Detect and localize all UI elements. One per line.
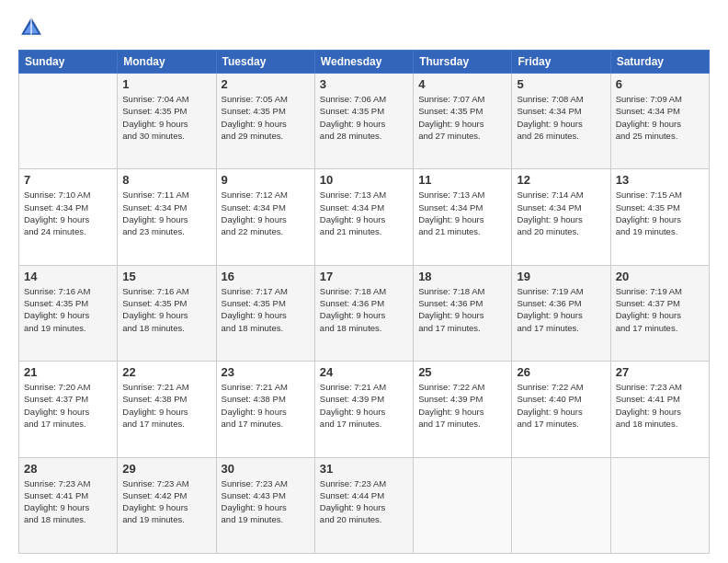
calendar-cell	[414, 457, 512, 553]
calendar-header-row: SundayMondayTuesdayWednesdayThursdayFrid…	[19, 51, 710, 74]
day-info: Sunrise: 7:21 AM Sunset: 4:38 PM Dayligh…	[122, 381, 210, 430]
calendar-week-row: 1Sunrise: 7:04 AM Sunset: 4:35 PM Daylig…	[19, 74, 710, 169]
calendar-cell: 1Sunrise: 7:04 AM Sunset: 4:35 PM Daylig…	[118, 74, 216, 169]
day-number: 25	[418, 365, 506, 379]
day-info: Sunrise: 7:22 AM Sunset: 4:40 PM Dayligh…	[517, 381, 605, 430]
day-number: 7	[24, 173, 112, 187]
day-number: 1	[122, 77, 210, 91]
day-info: Sunrise: 7:23 AM Sunset: 4:43 PM Dayligh…	[222, 477, 310, 526]
calendar-cell: 31Sunrise: 7:23 AM Sunset: 4:44 PM Dayli…	[314, 457, 413, 553]
calendar-cell: 6Sunrise: 7:09 AM Sunset: 4:34 PM Daylig…	[610, 74, 709, 169]
calendar-week-row: 14Sunrise: 7:16 AM Sunset: 4:35 PM Dayli…	[19, 265, 710, 361]
day-info: Sunrise: 7:23 AM Sunset: 4:41 PM Dayligh…	[24, 477, 112, 526]
calendar-cell: 8Sunrise: 7:11 AM Sunset: 4:34 PM Daylig…	[118, 169, 216, 265]
day-info: Sunrise: 7:08 AM Sunset: 4:34 PM Dayligh…	[517, 93, 605, 142]
day-number: 12	[517, 173, 605, 187]
calendar-cell: 11Sunrise: 7:13 AM Sunset: 4:34 PM Dayli…	[414, 169, 512, 265]
day-info: Sunrise: 7:16 AM Sunset: 4:35 PM Dayligh…	[122, 285, 210, 334]
day-info: Sunrise: 7:13 AM Sunset: 4:34 PM Dayligh…	[320, 189, 408, 237]
calendar-cell: 28Sunrise: 7:23 AM Sunset: 4:41 PM Dayli…	[19, 457, 118, 553]
logo	[18, 15, 48, 40]
header	[18, 15, 710, 40]
day-info: Sunrise: 7:14 AM Sunset: 4:34 PM Dayligh…	[517, 189, 605, 237]
calendar-cell: 29Sunrise: 7:23 AM Sunset: 4:42 PM Dayli…	[118, 457, 216, 553]
day-info: Sunrise: 7:18 AM Sunset: 4:36 PM Dayligh…	[418, 285, 506, 334]
day-number: 8	[122, 173, 210, 187]
day-number: 18	[418, 270, 506, 283]
day-info: Sunrise: 7:22 AM Sunset: 4:39 PM Dayligh…	[418, 381, 506, 430]
calendar-header-thursday: Thursday	[414, 51, 512, 74]
calendar-table: SundayMondayTuesdayWednesdayThursdayFrid…	[18, 50, 710, 554]
day-info: Sunrise: 7:23 AM Sunset: 4:41 PM Dayligh…	[616, 381, 704, 430]
calendar-cell: 30Sunrise: 7:23 AM Sunset: 4:43 PM Dayli…	[216, 457, 314, 553]
day-number: 3	[320, 77, 408, 91]
page: SundayMondayTuesdayWednesdayThursdayFrid…	[0, 0, 728, 563]
calendar-cell: 4Sunrise: 7:07 AM Sunset: 4:35 PM Daylig…	[414, 74, 512, 169]
day-info: Sunrise: 7:19 AM Sunset: 4:37 PM Dayligh…	[616, 285, 704, 334]
day-number: 10	[320, 173, 408, 187]
calendar-header-friday: Friday	[512, 51, 610, 74]
day-number: 13	[616, 173, 704, 187]
calendar-header-tuesday: Tuesday	[216, 51, 314, 74]
day-number: 24	[320, 365, 408, 379]
calendar-cell: 22Sunrise: 7:21 AM Sunset: 4:38 PM Dayli…	[118, 362, 216, 457]
calendar-cell: 3Sunrise: 7:06 AM Sunset: 4:35 PM Daylig…	[314, 74, 413, 169]
day-info: Sunrise: 7:05 AM Sunset: 4:35 PM Dayligh…	[222, 93, 310, 142]
day-number: 31	[320, 462, 408, 476]
day-info: Sunrise: 7:10 AM Sunset: 4:34 PM Dayligh…	[24, 189, 112, 237]
calendar-cell: 13Sunrise: 7:15 AM Sunset: 4:35 PM Dayli…	[610, 169, 709, 265]
calendar-cell: 14Sunrise: 7:16 AM Sunset: 4:35 PM Dayli…	[19, 265, 118, 361]
day-number: 4	[418, 77, 506, 91]
day-number: 20	[616, 270, 704, 283]
day-info: Sunrise: 7:23 AM Sunset: 4:44 PM Dayligh…	[320, 477, 408, 526]
calendar-week-row: 7Sunrise: 7:10 AM Sunset: 4:34 PM Daylig…	[19, 169, 710, 265]
day-number: 16	[222, 270, 310, 283]
calendar-header-wednesday: Wednesday	[314, 51, 413, 74]
day-info: Sunrise: 7:13 AM Sunset: 4:34 PM Dayligh…	[418, 189, 506, 237]
calendar-cell	[512, 457, 610, 553]
logo-icon	[18, 15, 44, 40]
day-number: 14	[24, 270, 112, 283]
day-info: Sunrise: 7:12 AM Sunset: 4:34 PM Dayligh…	[222, 189, 310, 237]
calendar-cell: 5Sunrise: 7:08 AM Sunset: 4:34 PM Daylig…	[512, 74, 610, 169]
calendar-cell: 24Sunrise: 7:21 AM Sunset: 4:39 PM Dayli…	[314, 362, 413, 457]
calendar-cell: 27Sunrise: 7:23 AM Sunset: 4:41 PM Dayli…	[610, 362, 709, 457]
day-info: Sunrise: 7:18 AM Sunset: 4:36 PM Dayligh…	[320, 285, 408, 334]
calendar-cell: 17Sunrise: 7:18 AM Sunset: 4:36 PM Dayli…	[314, 265, 413, 361]
calendar-cell: 26Sunrise: 7:22 AM Sunset: 4:40 PM Dayli…	[512, 362, 610, 457]
day-info: Sunrise: 7:09 AM Sunset: 4:34 PM Dayligh…	[616, 93, 704, 142]
calendar-cell: 19Sunrise: 7:19 AM Sunset: 4:36 PM Dayli…	[512, 265, 610, 361]
day-info: Sunrise: 7:04 AM Sunset: 4:35 PM Dayligh…	[122, 93, 210, 142]
day-number: 21	[24, 365, 112, 379]
day-number: 26	[517, 365, 605, 379]
day-number: 27	[616, 365, 704, 379]
calendar-cell: 7Sunrise: 7:10 AM Sunset: 4:34 PM Daylig…	[19, 169, 118, 265]
day-info: Sunrise: 7:21 AM Sunset: 4:39 PM Dayligh…	[320, 381, 408, 430]
day-number: 23	[222, 365, 310, 379]
calendar-cell: 15Sunrise: 7:16 AM Sunset: 4:35 PM Dayli…	[118, 265, 216, 361]
day-number: 29	[122, 462, 210, 476]
calendar-cell: 10Sunrise: 7:13 AM Sunset: 4:34 PM Dayli…	[314, 169, 413, 265]
day-info: Sunrise: 7:07 AM Sunset: 4:35 PM Dayligh…	[418, 93, 506, 142]
calendar-cell	[19, 74, 118, 169]
calendar-header-saturday: Saturday	[610, 51, 709, 74]
day-number: 2	[222, 77, 310, 91]
calendar-week-row: 21Sunrise: 7:20 AM Sunset: 4:37 PM Dayli…	[19, 362, 710, 457]
calendar-week-row: 28Sunrise: 7:23 AM Sunset: 4:41 PM Dayli…	[19, 457, 710, 553]
calendar-cell: 2Sunrise: 7:05 AM Sunset: 4:35 PM Daylig…	[216, 74, 314, 169]
calendar-cell	[610, 457, 709, 553]
calendar-cell: 16Sunrise: 7:17 AM Sunset: 4:35 PM Dayli…	[216, 265, 314, 361]
calendar-header-sunday: Sunday	[19, 51, 118, 74]
day-number: 6	[616, 77, 704, 91]
day-number: 5	[517, 77, 605, 91]
day-info: Sunrise: 7:16 AM Sunset: 4:35 PM Dayligh…	[24, 285, 112, 334]
calendar-cell: 9Sunrise: 7:12 AM Sunset: 4:34 PM Daylig…	[216, 169, 314, 265]
day-number: 30	[222, 462, 310, 476]
day-number: 19	[517, 270, 605, 283]
day-info: Sunrise: 7:15 AM Sunset: 4:35 PM Dayligh…	[616, 189, 704, 237]
day-number: 22	[122, 365, 210, 379]
day-info: Sunrise: 7:20 AM Sunset: 4:37 PM Dayligh…	[24, 381, 112, 430]
day-info: Sunrise: 7:06 AM Sunset: 4:35 PM Dayligh…	[320, 93, 408, 142]
day-number: 15	[122, 270, 210, 283]
calendar-header-monday: Monday	[118, 51, 216, 74]
